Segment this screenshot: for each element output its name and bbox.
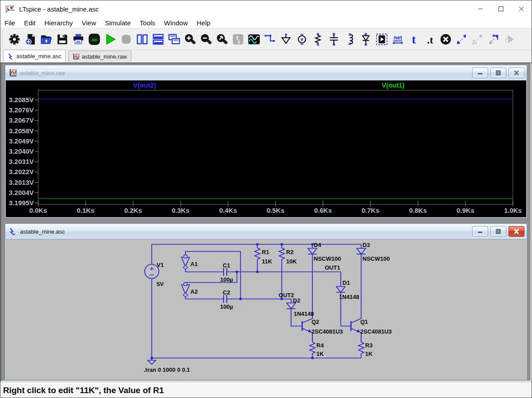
d3-value[interactable]: NSCW100 <box>363 255 390 262</box>
v1-value[interactable]: 5V <box>157 281 164 287</box>
zoom-out-icon[interactable] <box>199 30 213 48</box>
a2-ref[interactable]: A2 <box>190 288 198 295</box>
minimize-button[interactable] <box>470 0 491 17</box>
net-out2[interactable]: OUT2 <box>279 292 294 298</box>
r4-value[interactable]: 1K <box>316 350 324 357</box>
tile-vertical-icon[interactable] <box>135 30 150 48</box>
pan-icon <box>231 30 245 48</box>
d2-ref[interactable]: D2 <box>293 297 300 304</box>
r1-ref[interactable]: R1 <box>262 249 269 255</box>
d4-value[interactable]: NSCW100 <box>314 255 341 262</box>
zoom-full-icon[interactable] <box>215 30 229 48</box>
drag-icon[interactable] <box>486 30 501 48</box>
window-title: LTspice - astable_mine.asc <box>19 5 99 13</box>
wave-minimize-button[interactable] <box>472 68 488 78</box>
halt-icon <box>119 30 134 48</box>
c2-value[interactable]: 100µ <box>220 303 233 310</box>
maximize-button[interactable] <box>491 0 511 17</box>
menu-window[interactable]: Window <box>160 19 192 27</box>
tab-astable_mine.asc[interactable]: astable_mine.asc <box>3 50 66 62</box>
schem-restore-button[interactable] <box>490 226 506 237</box>
title-bar[interactable]: LTspice - astable_mine.asc <box>0 0 532 17</box>
a1-ref[interactable]: A1 <box>190 261 198 267</box>
delete-icon[interactable] <box>438 30 453 48</box>
c1-value[interactable]: 100µ <box>220 276 233 283</box>
menu-simulate[interactable]: Simulate <box>100 19 135 27</box>
r2-ref[interactable]: R2 <box>286 249 294 255</box>
netlist-icon[interactable]: net <box>390 30 405 48</box>
schematic-window: astable_mine.asc <box>5 223 527 380</box>
d3-ref[interactable]: D3 <box>363 242 370 248</box>
toolbar-grip[interactable] <box>2 31 5 48</box>
zoom-in-icon[interactable] <box>183 30 197 48</box>
menu-tools[interactable]: Tools <box>135 19 160 27</box>
q2-ref[interactable]: Q2 <box>311 318 319 325</box>
save-icon[interactable] <box>55 30 70 48</box>
ground-icon[interactable] <box>279 30 293 48</box>
waveform-window-titlebar[interactable]: astable_mine.raw <box>5 65 527 80</box>
menu-view[interactable]: View <box>77 19 100 27</box>
ac-analysis-icon[interactable]: .ac <box>87 30 102 48</box>
status-message: Right click to edit "11K", the Value of … <box>3 386 164 395</box>
waveform-plot[interactable]: V(out2) V(out1) 3.2085V3.2076V3.2067V3.2… <box>6 80 526 217</box>
schem-close-button[interactable] <box>508 226 524 237</box>
tab-astable_mine.raw[interactable]: astable_mine.raw <box>68 51 131 62</box>
print-icon[interactable] <box>71 30 86 48</box>
q1-value[interactable]: 2SC4081U3 <box>360 328 392 335</box>
net-out1[interactable]: OUT1 <box>325 264 340 271</box>
wire-icon[interactable] <box>263 30 277 48</box>
autorange-y-icon[interactable] <box>247 30 261 48</box>
schem-minimize-button[interactable] <box>472 226 488 237</box>
q2-value[interactable]: 2SC4081U3 <box>311 328 343 335</box>
tile-horizontal-icon[interactable] <box>151 30 166 48</box>
legend-vout2[interactable]: V(out2) <box>133 81 156 89</box>
menu-help[interactable]: Help <box>192 19 215 27</box>
y-tick-label: 3.2040V <box>9 147 34 155</box>
menu-file[interactable]: File <box>0 19 20 27</box>
c1-ref[interactable]: C1 <box>223 262 230 269</box>
x-tick-label: 0.1Ks <box>77 207 95 214</box>
wave-restore-button[interactable] <box>490 68 506 78</box>
legend-vout1[interactable]: V(out1) <box>382 81 405 89</box>
d2-value[interactable]: 1N4148 <box>294 310 314 317</box>
open-icon[interactable] <box>39 30 54 48</box>
schematic-canvas[interactable]: V1 5V A1 A2 C1 100µ C2 100µ R1 11K R2 10… <box>6 239 526 380</box>
x-tick-label: 0.3Ks <box>172 207 189 214</box>
r3-ref[interactable]: R3 <box>365 342 373 349</box>
r3-value[interactable]: 1K <box>365 350 373 357</box>
gear-icon[interactable] <box>7 30 22 48</box>
move-icon[interactable] <box>454 30 469 48</box>
c2-ref[interactable]: C2 <box>223 289 230 296</box>
text-icon[interactable]: t <box>406 30 421 48</box>
v1-ref[interactable]: V1 <box>157 262 164 268</box>
inductor-icon[interactable] <box>343 30 357 48</box>
svg-text:.ac: .ac <box>91 36 98 42</box>
spice-directive-text[interactable]: .tran 0 1000 0 0.1 <box>144 366 190 373</box>
schematic-window-titlebar[interactable]: astable_mine.asc <box>5 224 527 239</box>
capacitor-icon[interactable] <box>327 30 341 48</box>
d1-value[interactable]: 1N4148 <box>339 294 359 300</box>
q1-ref[interactable]: Q1 <box>360 318 368 325</box>
diode-icon[interactable] <box>359 30 373 48</box>
d4-ref[interactable]: D4 <box>314 242 321 248</box>
run-icon[interactable] <box>103 30 118 48</box>
y-tick-label: 3.1995V <box>9 199 34 207</box>
label-net-icon[interactable]: v <box>295 30 309 48</box>
r4-ref[interactable]: R4 <box>316 342 324 349</box>
component-icon[interactable] <box>374 30 389 48</box>
x-tick-label: 0.6Ks <box>314 207 332 214</box>
cascade-icon[interactable] <box>167 30 181 48</box>
x-tick-label: 0.5Ks <box>267 207 284 214</box>
x-tick-label: 0.9Ks <box>457 207 474 214</box>
menu-hierarchy[interactable]: Hierarchy <box>40 19 77 27</box>
r1-value[interactable]: 11K <box>262 258 272 265</box>
menu-edit[interactable]: Edit <box>20 19 40 27</box>
r2-value[interactable]: 10K <box>286 258 297 265</box>
resistor-icon[interactable] <box>311 30 325 48</box>
d1-ref[interactable]: D1 <box>343 279 350 286</box>
wave-close-button[interactable] <box>508 68 524 78</box>
close-button[interactable] <box>511 0 532 17</box>
spice-directive-icon[interactable]: .t <box>422 30 437 48</box>
y-tick-label: 3.2013V <box>9 179 34 186</box>
new-schematic-icon[interactable] <box>23 30 38 48</box>
